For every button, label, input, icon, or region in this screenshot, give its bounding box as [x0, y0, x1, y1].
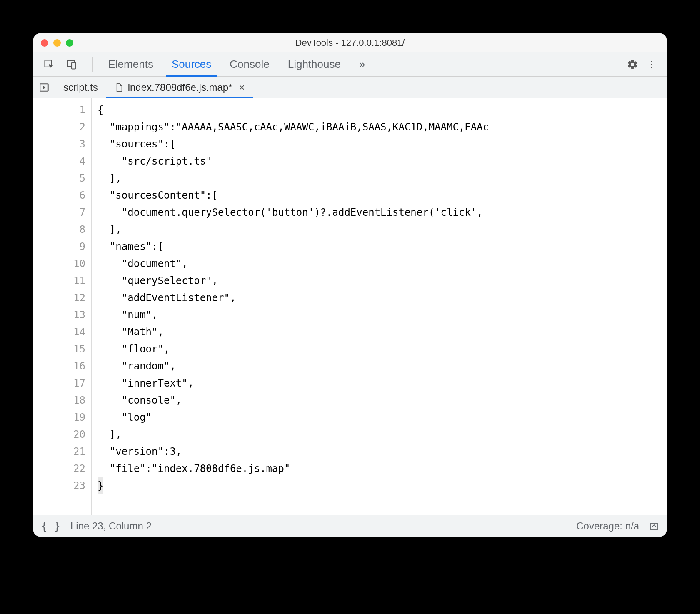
device-toolbar-icon[interactable] — [64, 57, 79, 72]
more-tabs-overflow[interactable]: » — [359, 52, 365, 76]
code-line: "file":"index.7808df6e.js.map" — [98, 460, 667, 477]
file-tab-script[interactable]: script.ts — [55, 77, 106, 98]
line-number: 19 — [33, 409, 85, 426]
panel-tabs: Elements Sources Console Lighthouse » — [97, 52, 609, 76]
code-line: "num", — [98, 307, 667, 324]
line-number: 18 — [33, 392, 85, 409]
coverage-label: Coverage: n/a — [576, 520, 639, 532]
line-number: 8 — [33, 221, 85, 238]
tab-console[interactable]: Console — [230, 52, 269, 76]
tab-elements[interactable]: Elements — [108, 52, 153, 76]
line-number: 13 — [33, 307, 85, 324]
code-line: "names":[ — [98, 238, 667, 255]
line-number: 4 — [33, 153, 85, 170]
file-tab-label: index.7808df6e.js.map* — [128, 82, 232, 93]
code-line: "document", — [98, 255, 667, 272]
editor: 1234567891011121314151617181920212223 { … — [33, 98, 667, 515]
line-number: 5 — [33, 170, 85, 187]
pretty-print-icon[interactable]: { } — [41, 520, 60, 532]
svg-point-4 — [651, 64, 652, 65]
code-line: ], — [98, 426, 667, 443]
line-number: 23 — [33, 477, 85, 494]
close-icon[interactable]: × — [239, 82, 245, 93]
code-line: "src/script.ts" — [98, 153, 667, 170]
line-number: 7 — [33, 204, 85, 221]
line-number: 6 — [33, 187, 85, 204]
code-area[interactable]: { "mappings":"AAAAA,SAASC,cAAc,WAAWC,iBA… — [92, 98, 667, 515]
code-line: "floor", — [98, 341, 667, 358]
line-number: 22 — [33, 460, 85, 477]
drawer-toggle-icon[interactable] — [649, 521, 659, 531]
inspect-element-icon[interactable] — [42, 57, 57, 72]
line-number: 11 — [33, 272, 85, 290]
line-number: 21 — [33, 443, 85, 460]
code-line: "addEventListener", — [98, 290, 667, 307]
line-number: 20 — [33, 426, 85, 443]
divider — [613, 57, 614, 72]
line-number: 12 — [33, 290, 85, 307]
more-options-icon[interactable] — [644, 57, 659, 72]
tab-sources[interactable]: Sources — [172, 52, 211, 76]
traffic-lights — [33, 39, 73, 47]
code-line: } — [98, 477, 667, 494]
line-number: 3 — [33, 136, 85, 153]
line-number: 14 — [33, 324, 85, 341]
file-tab-label: script.ts — [63, 82, 98, 93]
svg-point-3 — [651, 61, 652, 62]
file-tab-sourcemap[interactable]: index.7808df6e.js.map* × — [106, 77, 253, 98]
code-line: "querySelector", — [98, 272, 667, 290]
svg-rect-2 — [72, 62, 75, 69]
close-window-button[interactable] — [41, 39, 48, 47]
code-line: "console", — [98, 392, 667, 409]
line-number: 17 — [33, 375, 85, 392]
navigator-toggle-icon[interactable] — [33, 77, 55, 98]
titlebar: DevTools - 127.0.0.1:8081/ — [33, 33, 667, 52]
code-line: "sources":[ — [98, 136, 667, 153]
svg-rect-7 — [651, 523, 658, 530]
code-line: "mappings":"AAAAA,SAASC,cAAc,WAAWC,iBAAi… — [98, 119, 667, 136]
divider — [92, 57, 92, 72]
minimize-window-button[interactable] — [53, 39, 61, 47]
line-number: 9 — [33, 238, 85, 255]
file-tabs: script.ts index.7808df6e.js.map* × — [33, 77, 667, 98]
code-line: "log" — [98, 409, 667, 426]
devtools-window: DevTools - 127.0.0.1:8081/ Elements Sour… — [33, 33, 667, 537]
line-number: 1 — [33, 102, 85, 119]
window-title: DevTools - 127.0.0.1:8081/ — [33, 37, 667, 48]
line-number: 16 — [33, 358, 85, 375]
code-line: "innerText", — [98, 375, 667, 392]
main-toolbar: Elements Sources Console Lighthouse » — [33, 52, 667, 77]
line-numbers-gutter: 1234567891011121314151617181920212223 — [33, 98, 92, 515]
code-line: ], — [98, 221, 667, 238]
code-line: "document.querySelector('button')?.addEv… — [98, 204, 667, 221]
zoom-window-button[interactable] — [66, 39, 73, 47]
svg-point-5 — [651, 67, 652, 68]
line-number: 10 — [33, 255, 85, 272]
line-number: 2 — [33, 119, 85, 136]
code-line: "version":3, — [98, 443, 667, 460]
line-number: 15 — [33, 341, 85, 358]
code-line: "sourcesContent":[ — [98, 187, 667, 204]
file-icon — [115, 83, 124, 92]
code-line: { — [98, 102, 667, 119]
code-line: "Math", — [98, 324, 667, 341]
settings-gear-icon[interactable] — [625, 57, 640, 72]
code-line: ], — [98, 170, 667, 187]
code-line: "random", — [98, 358, 667, 375]
cursor-position: Line 23, Column 2 — [70, 520, 152, 532]
tab-lighthouse[interactable]: Lighthouse — [288, 52, 341, 76]
statusbar: { } Line 23, Column 2 Coverage: n/a — [33, 515, 667, 537]
